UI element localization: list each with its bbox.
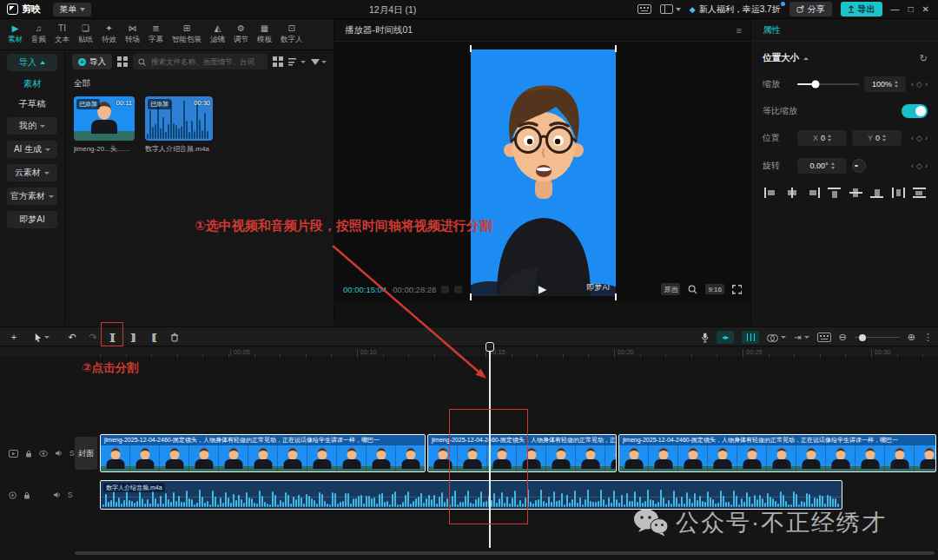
align-center-horizontal-icon[interactable] [785, 188, 798, 198]
select-tool-button[interactable] [30, 327, 54, 347]
layout-switch-button[interactable] [660, 4, 681, 14]
zoom-in-icon[interactable]: ⊕ [908, 332, 915, 343]
nav-ai-generate[interactable]: AI 生成 [7, 141, 57, 158]
stepper-icon[interactable] [882, 135, 886, 142]
mute-icon[interactable] [55, 450, 63, 457]
snap-dropdown[interactable]: ⇥ [794, 333, 809, 342]
tab-templates[interactable]: ▦模板 [253, 23, 276, 45]
video-clip-segment-2[interactable]: jimeng-2025-12-04-2460-固定镜头，人物身体有轻微的正常晃动… [427, 434, 617, 472]
tab-filters[interactable]: ◭滤镜 [206, 23, 229, 45]
keyframe-prev-icon[interactable]: ‹ [911, 80, 914, 89]
undo-button[interactable]: ↶ [64, 327, 80, 347]
scale-slider[interactable] [797, 83, 859, 85]
zoom-out-icon[interactable]: ⊖ [839, 332, 847, 343]
player-menu-icon[interactable]: ≡ [737, 25, 742, 36]
play-button[interactable]: ▶ [538, 283, 546, 295]
split-button[interactable]: ][ [104, 327, 120, 347]
video-clip-segment-3[interactable]: jimeng-2025-12-04-2460-固定镜头，人物身体有轻微的正常晃动… [618, 434, 936, 472]
rotation-dial[interactable] [852, 159, 866, 173]
search-input[interactable] [149, 56, 262, 67]
tab-transition[interactable]: ⋈转场 [121, 23, 144, 45]
stepper-icon[interactable] [831, 162, 835, 169]
close-button[interactable]: ✕ [922, 5, 929, 14]
view-grid-icon[interactable] [273, 56, 283, 67]
more-options-icon[interactable]: ⋮ [923, 332, 933, 343]
tab-sticker[interactable]: ❏贴纸 [74, 23, 97, 45]
nav-subdraft[interactable]: 子草稿 [18, 97, 46, 111]
horizontal-scrollbar[interactable] [75, 551, 935, 555]
minimize-button[interactable]: — [891, 5, 900, 14]
align-middle-vertical-icon[interactable] [849, 188, 862, 198]
video-clip-segment-1[interactable]: jimeng-2025-12-04-2460-固定镜头，人物身体有轻微的正常晃动… [100, 434, 426, 472]
nav-official-material[interactable]: 官方素材 [7, 188, 57, 205]
media-item-audio[interactable]: 已添加 00:30 数字人介绍音频.m4a [145, 96, 213, 154]
import-options-icon[interactable] [117, 56, 128, 67]
solo-label[interactable]: S [68, 491, 73, 499]
align-top-icon[interactable] [828, 188, 841, 198]
add-track-button[interactable]: + [7, 327, 21, 347]
selection-handle[interactable] [470, 45, 472, 52]
delete-button[interactable] [167, 327, 182, 347]
zoom-slider-knob[interactable] [859, 334, 866, 341]
timeline-zoom-slider[interactable] [855, 337, 900, 339]
tab-text[interactable]: TI文本 [50, 23, 74, 45]
cover-button[interactable]: 封面 [75, 437, 97, 470]
keyframe-icon[interactable]: ◇ [916, 161, 922, 170]
tab-captions[interactable]: ≣字幕 [144, 23, 168, 45]
playhead[interactable] [489, 346, 491, 548]
keyframe-next-icon[interactable]: › [925, 161, 928, 170]
distribute-horizontal-icon[interactable] [892, 188, 905, 198]
import-button[interactable]: + 导入 [72, 54, 112, 69]
tab-adjust[interactable]: ⚙调节 [229, 23, 253, 45]
keyframe-next-icon[interactable]: › [925, 134, 928, 142]
record-voiceover-icon[interactable] [701, 333, 709, 343]
keyframe-icon[interactable]: ◇ [916, 80, 922, 89]
scale-keyframe-controls[interactable]: ‹◇› [911, 80, 928, 89]
tab-properties[interactable]: 属性 [763, 24, 781, 36]
preview-video[interactable]: 即梦AI [471, 49, 616, 296]
nav-mine[interactable]: 我的 [7, 117, 57, 135]
align-right-icon[interactable] [807, 188, 820, 198]
nav-jimeng-ai[interactable]: 即梦AI [7, 211, 57, 228]
nav-material[interactable]: 素材 [23, 77, 42, 91]
tab-media[interactable]: ▶素材 [3, 23, 27, 45]
magnet-toggle[interactable]: ◂▸ [717, 331, 734, 344]
nav-import[interactable]: 导入 [7, 54, 57, 71]
keyframe-next-icon[interactable]: › [925, 80, 928, 89]
slider-knob[interactable] [812, 81, 820, 89]
keyframe-prev-icon[interactable]: ‹ [911, 134, 914, 142]
nav-cloud-material[interactable]: 云素材 [7, 164, 57, 181]
redo-button[interactable]: ↷ [85, 327, 101, 347]
video-thumbnail[interactable]: 已添加 00:11 [74, 96, 135, 141]
tab-audio[interactable]: ♫音频 [27, 23, 50, 45]
position-y-box[interactable]: Y 0 [852, 130, 902, 146]
filter-button[interactable] [311, 59, 327, 65]
promo-banner[interactable]: ◆ 新人福利，幸运3.7折 [690, 3, 781, 16]
collapse-icon[interactable] [803, 57, 809, 60]
delete-right-button[interactable]: |[ [146, 327, 162, 347]
solo-label[interactable]: S [69, 449, 75, 458]
shortcut-keys-icon[interactable] [637, 4, 651, 14]
aspect-ratio-badge[interactable]: 9:16 [705, 284, 724, 294]
audio-clip[interactable]: 数字人介绍音频.m4a [100, 480, 842, 510]
align-bottom-icon[interactable] [870, 188, 883, 198]
timeline-ruler[interactable]: 00:05 00:10 00:15 00:20 00:25 00:30 [0, 347, 938, 358]
tab-effects[interactable]: ✦特效 [97, 23, 121, 45]
sort-button[interactable] [288, 57, 306, 66]
keyframe-icon[interactable]: ◇ [916, 134, 922, 142]
audio-thumbnail[interactable]: 已添加 00:30 [145, 96, 213, 141]
media-item-video[interactable]: 已添加 00:11 jimeng-20...头...mp4 [74, 96, 135, 154]
rotate-value-box[interactable]: 0.00° [797, 158, 847, 174]
stepper-icon[interactable] [895, 81, 898, 88]
lock-icon[interactable] [23, 491, 30, 499]
mark-out-button[interactable] [454, 286, 462, 293]
delete-left-button[interactable]: ]| [125, 327, 141, 347]
render-preview-icon[interactable] [817, 333, 831, 342]
linkage-dropdown[interactable] [767, 334, 786, 341]
mute-icon[interactable] [53, 491, 61, 498]
share-button[interactable]: 分享 [789, 2, 832, 16]
position-keyframe-controls[interactable]: ‹◇› [911, 134, 928, 142]
mark-in-button[interactable] [441, 286, 449, 293]
preview-axis-toggle[interactable] [742, 331, 759, 344]
uniform-scale-toggle[interactable] [902, 104, 928, 118]
